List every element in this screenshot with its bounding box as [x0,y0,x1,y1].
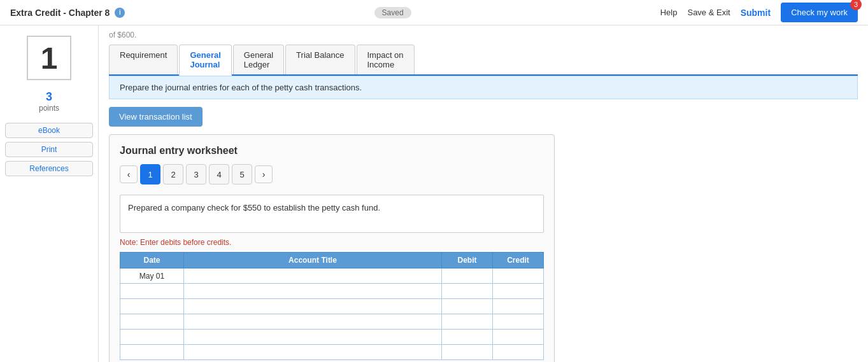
journal-table: Date Account Title Debit Credit May 01 [120,252,544,360]
navbar-right: Help Save & Exit Submit Check my work 3 [660,3,858,22]
check-my-work-button[interactable]: Check my work 3 [781,3,858,22]
account-cell-3[interactable] [184,299,442,314]
debit-cell-2[interactable] [442,284,493,299]
help-link[interactable]: Help [660,8,678,17]
account-cell-5[interactable] [184,330,442,345]
date-cell-5 [120,330,184,345]
account-cell-2[interactable] [184,284,442,299]
print-button[interactable]: Print [5,142,93,157]
pagination: ‹ 1 2 3 4 5 › [120,164,544,184]
worksheet-title: Journal entry worksheet [120,145,544,157]
page-1[interactable]: 1 [140,164,160,184]
debit-cell-5[interactable] [442,330,493,345]
credit-cell-3[interactable] [493,299,544,314]
points-section: 3 points [39,90,59,113]
account-input-1[interactable] [188,272,438,281]
page-2[interactable]: 2 [163,164,183,184]
page-3[interactable]: 3 [186,164,206,184]
credit-input-6[interactable] [497,348,539,357]
question-header: of $600. [109,31,858,39]
prev-page-button[interactable]: ‹ [120,165,138,183]
account-input-3[interactable] [188,302,438,311]
debit-input-3[interactable] [446,302,488,311]
col-debit: Debit [442,253,493,268]
navbar: Extra Credit - Chapter 8 i Saved Help Sa… [0,0,868,25]
ebook-button[interactable]: eBook [5,123,93,138]
table-row [120,299,544,314]
date-cell-6 [120,345,184,360]
credit-cell-5[interactable] [493,330,544,345]
page-4[interactable]: 4 [209,164,229,184]
saved-status: Saved [374,8,411,17]
tab-impact-on-income[interactable]: Impact onIncome [357,45,415,74]
account-input-4[interactable] [188,317,438,326]
credit-cell-4[interactable] [493,314,544,330]
debit-cell-3[interactable] [442,299,493,314]
page-5[interactable]: 5 [232,164,252,184]
date-cell-2 [120,284,184,299]
col-credit: Credit [493,253,544,268]
question-number-box: 1 [27,36,71,80]
page-title: Extra Credit - Chapter 8 [10,8,110,18]
saved-badge: Saved [374,7,411,18]
table-row [120,330,544,345]
note-text: Note: Enter debits before credits. [120,238,544,247]
debit-cell-1[interactable] [442,268,493,284]
credit-input-4[interactable] [497,317,539,326]
submit-button[interactable]: Submit [741,8,771,18]
view-transaction-button[interactable]: View transaction list [109,107,203,127]
credit-input-3[interactable] [497,302,539,311]
sidebar: 1 3 points eBook Print References [0,25,99,362]
main-layout: 1 3 points eBook Print References of $60… [0,25,868,362]
date-cell-1: May 01 [120,268,184,284]
credit-cell-6[interactable] [493,345,544,360]
account-cell-4[interactable] [184,314,442,330]
account-input-6[interactable] [188,348,438,357]
date-cell-3 [120,299,184,314]
content-area: of $600. Requirement GeneralJournal Gene… [99,25,868,362]
credit-cell-1[interactable] [493,268,544,284]
col-date: Date [120,253,184,268]
check-badge: 3 [850,0,862,10]
col-account: Account Title [184,253,442,268]
worksheet-container: Journal entry worksheet ‹ 1 2 3 4 5 › Pr… [109,134,555,362]
credit-cell-2[interactable] [493,284,544,299]
sidebar-links: eBook Print References [5,123,93,176]
instruction-banner: Prepare the journal entries for each of … [109,76,858,99]
info-icon[interactable]: i [115,8,125,18]
save-exit-button[interactable]: Save & Exit [687,8,730,17]
instruction-text: Prepare the journal entries for each of … [120,83,362,92]
credit-input-1[interactable] [497,272,539,281]
tab-requirement[interactable]: Requirement [109,45,178,74]
of-text: of $600. [109,31,136,39]
table-row [120,284,544,299]
question-number: 1 [41,41,58,76]
points-label: points [39,104,59,113]
credit-input-2[interactable] [497,287,539,296]
references-button[interactable]: References [5,161,93,176]
account-cell-1[interactable] [184,268,442,284]
navbar-left: Extra Credit - Chapter 8 i [10,8,125,18]
tab-trial-balance[interactable]: Trial Balance [285,45,355,74]
table-row [120,345,544,360]
debit-input-5[interactable] [446,333,488,342]
credit-input-5[interactable] [497,333,539,342]
debit-input-4[interactable] [446,317,488,326]
check-my-work-label: Check my work [791,8,848,17]
debit-input-1[interactable] [446,272,488,281]
account-input-5[interactable] [188,333,438,342]
date-cell-4 [120,314,184,330]
tab-general-journal[interactable]: GeneralJournal [179,45,231,76]
tabs-container: Requirement GeneralJournal GeneralLedger… [109,45,858,76]
debit-cell-6[interactable] [442,345,493,360]
transaction-description: Prepared a company check for $550 to est… [120,195,544,233]
table-row: May 01 [120,268,544,284]
tab-general-ledger[interactable]: GeneralLedger [233,45,284,74]
account-input-2[interactable] [188,287,438,296]
debit-cell-4[interactable] [442,314,493,330]
next-page-button[interactable]: › [255,165,273,183]
debit-input-6[interactable] [446,348,488,357]
account-cell-6[interactable] [184,345,442,360]
debit-input-2[interactable] [446,287,488,296]
table-row [120,314,544,330]
